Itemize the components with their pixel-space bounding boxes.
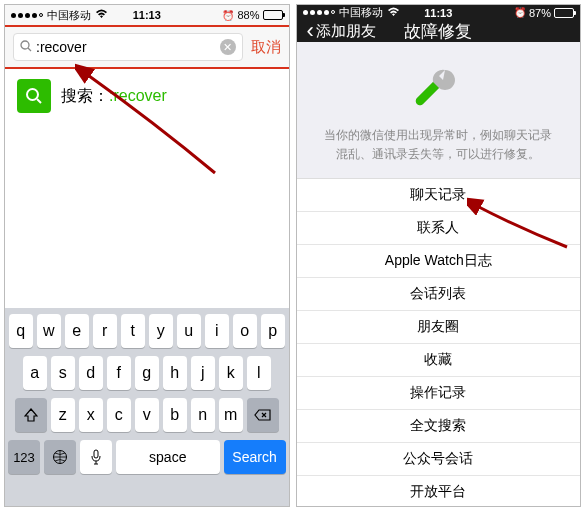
key-w[interactable]: w [37, 314, 61, 348]
key-search[interactable]: Search [224, 440, 286, 474]
key-123[interactable]: 123 [8, 440, 40, 474]
key-j[interactable]: j [191, 356, 215, 390]
repair-item-operations[interactable]: 操作记录 [297, 377, 581, 410]
key-x[interactable]: x [79, 398, 103, 432]
key-d[interactable]: d [79, 356, 103, 390]
svg-line-1 [28, 48, 31, 51]
key-f[interactable]: f [107, 356, 131, 390]
key-e[interactable]: e [65, 314, 89, 348]
empty-area [5, 123, 289, 308]
search-header: :recover ✕ 取消 [5, 25, 289, 69]
search-value: :recover [36, 39, 220, 55]
key-c[interactable]: c [107, 398, 131, 432]
signal-dots [303, 10, 335, 15]
key-h[interactable]: h [163, 356, 187, 390]
key-n[interactable]: n [191, 398, 215, 432]
key-i[interactable]: i [205, 314, 229, 348]
key-backspace[interactable] [247, 398, 279, 432]
key-y[interactable]: y [149, 314, 173, 348]
alarm-icon: ⏰ [222, 10, 234, 21]
tagline-line2: 混乱、通讯录丢失等，可以进行修复。 [321, 145, 557, 164]
key-row-1: q w e r t y u i o p [8, 314, 286, 348]
search-icon [20, 40, 32, 55]
nav-bar: ‹ 添加朋友 故障修复 [297, 20, 581, 42]
svg-point-0 [21, 41, 29, 49]
key-v[interactable]: v [135, 398, 159, 432]
svg-rect-5 [94, 450, 98, 458]
key-b[interactable]: b [163, 398, 187, 432]
repair-item-official[interactable]: 公众号会话 [297, 443, 581, 476]
repair-item-openplatform[interactable]: 开放平台 [297, 476, 581, 507]
battery-pct: 88% [237, 9, 259, 21]
clock-label: 11:13 [424, 7, 452, 19]
tagline-line1: 当你的微信使用出现异常时，例如聊天记录 [321, 126, 557, 145]
key-k[interactable]: k [219, 356, 243, 390]
result-prefix: 搜索： [61, 87, 109, 104]
svg-point-2 [27, 89, 38, 100]
repair-item-favorites[interactable]: 收藏 [297, 344, 581, 377]
wifi-icon [95, 9, 108, 21]
key-mic[interactable] [80, 440, 112, 474]
key-row-2: a s d f g h j k l [8, 356, 286, 390]
svg-line-3 [37, 99, 41, 103]
search-input[interactable]: :recover ✕ [13, 33, 243, 61]
key-m[interactable]: m [219, 398, 243, 432]
alarm-icon: ⏰ [514, 7, 526, 18]
carrier-label: 中国移动 [339, 5, 383, 20]
key-shift[interactable] [15, 398, 47, 432]
repair-item-applewatch[interactable]: Apple Watch日志 [297, 245, 581, 278]
battery-icon [263, 10, 283, 20]
key-a[interactable]: a [23, 356, 47, 390]
repair-item-moments[interactable]: 朋友圈 [297, 311, 581, 344]
key-t[interactable]: t [121, 314, 145, 348]
key-q[interactable]: q [9, 314, 33, 348]
result-label: 搜索：:recover [61, 86, 167, 107]
nav-title: 故障修复 [404, 20, 472, 43]
search-result-row[interactable]: 搜索：:recover [5, 69, 289, 123]
status-bar: 中国移动 11:13 ⏰ 88% [5, 5, 289, 25]
cancel-button[interactable]: 取消 [251, 38, 281, 57]
carrier-label: 中国移动 [47, 8, 91, 23]
wifi-icon [387, 7, 400, 19]
result-keyword: :recover [109, 87, 167, 104]
repair-header: 当你的微信使用出现异常时，例如聊天记录 混乱、通讯录丢失等，可以进行修复。 [297, 42, 581, 179]
repair-item-chat-logs[interactable]: 聊天记录 [297, 179, 581, 212]
key-g[interactable]: g [135, 356, 159, 390]
wrench-icon [411, 62, 465, 116]
clear-icon[interactable]: ✕ [220, 39, 236, 55]
back-label: 添加朋友 [316, 22, 376, 41]
battery-pct: 87% [529, 7, 551, 19]
repair-item-sessions[interactable]: 会话列表 [297, 278, 581, 311]
phone-search-screen: 中国移动 11:13 ⏰ 88% :recover ✕ 取消 搜索：:recov… [4, 4, 290, 507]
repair-item-fulltext[interactable]: 全文搜索 [297, 410, 581, 443]
key-l[interactable]: l [247, 356, 271, 390]
signal-dots [11, 13, 43, 18]
key-space[interactable]: space [116, 440, 220, 474]
key-z[interactable]: z [51, 398, 75, 432]
phone-repair-screen: 中国移动 11:13 ⏰ 87% ‹ 添加朋友 故障修复 当你的微信使用出现异常… [296, 4, 582, 507]
key-globe[interactable] [44, 440, 76, 474]
status-bar: 中国移动 11:13 ⏰ 87% [297, 5, 581, 20]
clock-label: 11:13 [133, 9, 161, 21]
battery-icon [554, 8, 574, 18]
repair-tagline: 当你的微信使用出现异常时，例如聊天记录 混乱、通讯录丢失等，可以进行修复。 [321, 126, 557, 164]
repair-list: 聊天记录 联系人 Apple Watch日志 会话列表 朋友圈 收藏 操作记录 … [297, 179, 581, 507]
repair-item-contacts[interactable]: 联系人 [297, 212, 581, 245]
key-row-3: z x c v b n m [8, 398, 286, 432]
keyboard: q w e r t y u i o p a s d f g h j k l z [5, 308, 289, 506]
chevron-left-icon: ‹ [307, 20, 314, 42]
back-button[interactable]: ‹ 添加朋友 [307, 20, 376, 42]
search-result-icon [17, 79, 51, 113]
key-p[interactable]: p [261, 314, 285, 348]
key-row-4: 123 space Search [8, 440, 286, 474]
key-o[interactable]: o [233, 314, 257, 348]
key-s[interactable]: s [51, 356, 75, 390]
key-r[interactable]: r [93, 314, 117, 348]
key-u[interactable]: u [177, 314, 201, 348]
